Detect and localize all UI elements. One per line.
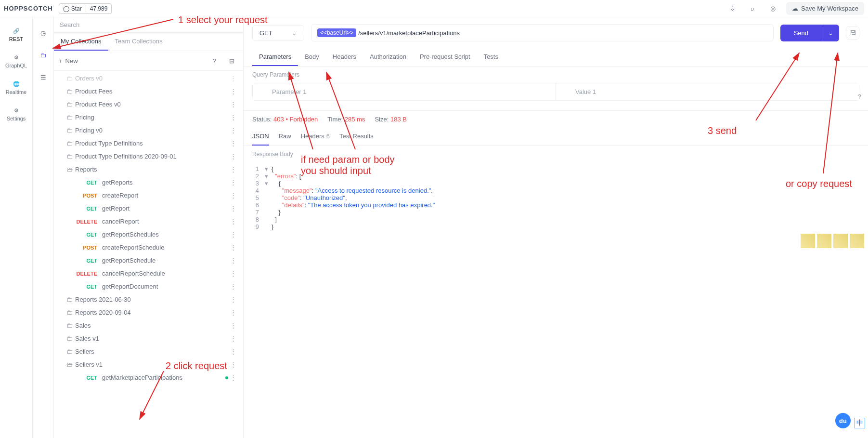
kebab-icon[interactable]: ⋮ xyxy=(228,374,238,381)
kebab-icon[interactable]: ⋮ xyxy=(228,270,238,277)
github-star-button[interactable]: ◯Star 47,989 xyxy=(59,3,112,14)
folder-product-type-definitions-2020-09-01[interactable]: 🗀Product Type Definitions 2020-09-01⋮ xyxy=(54,150,243,163)
download-icon[interactable]: ⇩ xyxy=(725,2,739,15)
method-badge: POST xyxy=(74,245,97,251)
tab-parameters[interactable]: Parameters xyxy=(252,48,298,66)
folder-icon: 🗀 xyxy=(64,322,75,329)
kebab-icon[interactable]: ⋮ xyxy=(228,361,238,368)
folder-pricing-v0[interactable]: 🗀Pricing v0⋮ xyxy=(54,124,243,137)
kebab-icon[interactable]: ⋮ xyxy=(228,127,238,134)
new-button[interactable]: +New xyxy=(59,57,207,65)
kebab-icon[interactable]: ⋮ xyxy=(228,192,238,199)
blurred-icon[interactable] xyxy=(850,234,864,248)
kebab-icon[interactable]: ⋮ xyxy=(228,257,238,264)
chevron-down-icon: ⌄ xyxy=(292,29,297,37)
folder-reports-2021-06-30[interactable]: 🗀Reports 2021-06-30⋮ xyxy=(54,293,243,306)
ime-badge[interactable]: 中 xyxy=(855,418,865,428)
history-icon[interactable]: ◷ xyxy=(37,26,50,40)
kebab-icon[interactable]: ⋮ xyxy=(228,179,238,186)
blurred-icon[interactable] xyxy=(833,234,848,248)
kebab-icon[interactable]: ⋮ xyxy=(228,335,238,342)
send-dropdown[interactable]: ⌄ xyxy=(822,25,839,41)
kebab-icon[interactable]: ⋮ xyxy=(228,101,238,108)
secondary-sidebar: ◷ 🗀 ☰ xyxy=(33,17,54,438)
folder-sellers-v1[interactable]: 🗁Sellers v1⋮ xyxy=(54,358,243,371)
method-select[interactable]: GET⌄ xyxy=(252,25,304,41)
kebab-icon[interactable]: ⋮ xyxy=(228,322,238,329)
param-value-input[interactable] xyxy=(556,83,859,100)
request-createReportSchedule[interactable]: POSTcreateReportSchedule⋮ xyxy=(54,241,243,254)
tab-team-collections[interactable]: Team Collections xyxy=(108,33,169,51)
folder-product-fees[interactable]: 🗀Product Fees⋮ xyxy=(54,85,243,98)
collections-panel: My Collections Team Collections +New ? ⊟… xyxy=(54,17,244,438)
tab-authorization[interactable]: Authorization xyxy=(363,48,413,66)
search-input[interactable] xyxy=(60,21,237,28)
kebab-icon[interactable]: ⋮ xyxy=(228,309,238,316)
tab-test-results[interactable]: Test Results xyxy=(339,128,374,146)
request-createReport[interactable]: POSTcreateReport⋮ xyxy=(54,189,243,202)
folder-open-icon: 🗁 xyxy=(64,166,75,173)
folder-product-type-definitions[interactable]: 🗀Product Type Definitions⋮ xyxy=(54,137,243,150)
user-icon[interactable]: ◎ xyxy=(766,2,779,15)
save-request-icon[interactable]: 🖫 xyxy=(846,26,859,40)
tab-my-collections[interactable]: My Collections xyxy=(54,33,108,51)
tab-tests[interactable]: Tests xyxy=(477,48,505,66)
send-button[interactable]: Send ⌄ xyxy=(780,25,839,41)
param-row xyxy=(252,83,859,101)
tab-raw[interactable]: Raw xyxy=(279,128,291,146)
kebab-icon[interactable]: ⋮ xyxy=(228,88,238,95)
request-getReportSchedules[interactable]: GETgetReportSchedules⋮ xyxy=(54,228,243,241)
tab-headers[interactable]: Headers6 xyxy=(301,128,330,146)
tab-body[interactable]: Body xyxy=(298,48,326,66)
request-getMarketplaceParticipations[interactable]: GETgetMarketplaceParticipations⋮ xyxy=(54,371,243,384)
folder-orders-v0[interactable]: 🗀Orders v0⋮ xyxy=(54,72,243,85)
help-icon[interactable]: ? xyxy=(853,90,866,103)
nav-realtime[interactable]: 🌐Realtime xyxy=(2,77,31,99)
nav-graphql[interactable]: ⚙GraphQL xyxy=(2,51,31,72)
blurred-icon[interactable] xyxy=(801,234,815,248)
kebab-icon[interactable]: ⋮ xyxy=(228,296,238,303)
blurred-icon[interactable] xyxy=(817,234,831,248)
folder-reports[interactable]: 🗁Reports⋮ xyxy=(54,163,243,176)
request-cancelReport[interactable]: DELETEcancelReport⋮ xyxy=(54,215,243,228)
request-getReportDocument[interactable]: GETgetReportDocument⋮ xyxy=(54,280,243,293)
request-cancelReportSchedule[interactable]: DELETEcancelReportSchedule⋮ xyxy=(54,267,243,280)
folder-sales-v1[interactable]: 🗀Sales v1⋮ xyxy=(54,332,243,345)
kebab-icon[interactable]: ⋮ xyxy=(228,114,238,121)
help-icon[interactable]: ? xyxy=(207,54,221,67)
kebab-icon[interactable]: ⋮ xyxy=(228,153,238,160)
kebab-icon[interactable]: ⋮ xyxy=(228,218,238,225)
request-getReports[interactable]: GETgetReports⋮ xyxy=(54,176,243,189)
nav-rest[interactable]: 🔗REST xyxy=(2,24,31,46)
kebab-icon[interactable]: ⋮ xyxy=(228,166,238,173)
kebab-icon[interactable]: ⋮ xyxy=(228,205,238,212)
baidu-badge[interactable]: du xyxy=(835,413,851,428)
request-tabs: ParametersBodyHeadersAuthorizationPre-re… xyxy=(244,48,868,66)
folder-product-fees-v0[interactable]: 🗀Product Fees v0⋮ xyxy=(54,98,243,111)
folder-icon: 🗀 xyxy=(64,114,75,121)
kebab-icon[interactable]: ⋮ xyxy=(228,244,238,251)
env-icon[interactable]: ☰ xyxy=(37,70,50,84)
folder-sales[interactable]: 🗀Sales⋮ xyxy=(54,319,243,332)
nav-settings[interactable]: ⚙Settings xyxy=(2,104,31,125)
tab-json[interactable]: JSON xyxy=(252,128,269,146)
folder-reports-2020-09-04[interactable]: 🗀Reports 2020-09-04⋮ xyxy=(54,306,243,319)
kebab-icon[interactable]: ⋮ xyxy=(228,140,238,147)
archive-icon[interactable]: ⊟ xyxy=(225,54,238,67)
search-icon[interactable]: ⌕ xyxy=(746,2,759,15)
request-getReport[interactable]: GETgetReport⋮ xyxy=(54,202,243,215)
folder-pricing[interactable]: 🗀Pricing⋮ xyxy=(54,111,243,124)
kebab-icon[interactable]: ⋮ xyxy=(228,283,238,290)
kebab-icon[interactable]: ⋮ xyxy=(228,75,238,82)
request-getReportSchedule[interactable]: GETgetReportSchedule⋮ xyxy=(54,254,243,267)
save-workspace-button[interactable]: ☁ Save My Workspace xyxy=(786,2,864,15)
kebab-icon[interactable]: ⋮ xyxy=(228,348,238,355)
kebab-icon[interactable]: ⋮ xyxy=(228,231,238,238)
tab-pre-request-script[interactable]: Pre-request Script xyxy=(413,48,477,66)
collections-icon[interactable]: 🗀 xyxy=(37,48,50,62)
folder-icon: 🗀 xyxy=(64,127,75,134)
url-input[interactable]: <<baseUrl>> /sellers/v1/marketplaceParti… xyxy=(311,24,774,41)
folder-sellers[interactable]: 🗀Sellers⋮ xyxy=(54,345,243,358)
tab-headers[interactable]: Headers xyxy=(326,48,363,66)
param-key-input[interactable] xyxy=(253,83,556,100)
